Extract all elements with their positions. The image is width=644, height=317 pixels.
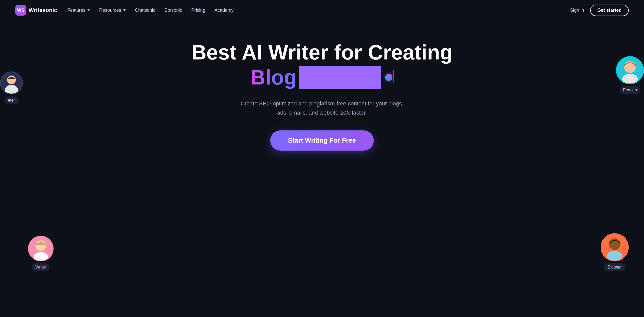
sign-in-button[interactable]: Sign in: [570, 8, 584, 13]
freelancer-label: Freelan: [620, 86, 640, 94]
nav-chatsonic[interactable]: Chatsonic: [135, 8, 155, 13]
nav-resources[interactable]: Resources: [99, 8, 126, 13]
get-started-button[interactable]: Get started: [590, 5, 629, 16]
avatar-marketer-img: [0, 71, 23, 94]
cta-start-writing-button[interactable]: Start Writing For Free: [270, 130, 374, 151]
brand-name: Writesonic: [29, 7, 57, 14]
nav-botsonic[interactable]: Botsonic: [164, 8, 182, 13]
hero-title-line2: Blog Articles.: [250, 66, 394, 89]
avatar-freelancer-card: Freelan: [616, 56, 644, 94]
svg-point-3: [7, 76, 16, 84]
hero-subtitle: Create SEO-optimized and plagiarism-free…: [235, 99, 409, 117]
avatar-writer-img: [28, 236, 54, 261]
nav-academy[interactable]: Academy: [214, 8, 234, 13]
nav-pricing[interactable]: Pricing: [191, 8, 205, 13]
avatar-marketer-card: eter: [0, 71, 23, 104]
resources-chevron-icon: [123, 9, 126, 11]
features-chevron-icon: [87, 9, 90, 11]
hero-section: eter Writer Freelan: [0, 20, 644, 317]
avatar-writer-card: Writer: [28, 236, 54, 271]
logo-link[interactable]: WS Writesonic: [15, 5, 57, 16]
avatar-blogger-img: [601, 233, 629, 261]
writer-label: Writer: [32, 263, 50, 271]
cursor-line: [393, 70, 394, 84]
navbar: WS Writesonic Features Resources Chatson…: [0, 0, 644, 20]
hero-gradient-word2: Articles.: [299, 66, 381, 89]
cursor-ball: [385, 74, 392, 81]
blogger-label: Blogger: [604, 263, 625, 271]
nav-menu: Features Resources Chatsonic Botsonic: [67, 8, 234, 13]
marketer-label: eter: [4, 96, 19, 104]
hero-title-line1: Best AI Writer for Creating: [191, 41, 453, 64]
svg-point-5: [35, 240, 46, 251]
hero-gradient-word1: Blog: [250, 66, 297, 89]
nav-right: Sign in Get started: [570, 5, 629, 16]
avatar-freelancer-img: [616, 56, 644, 84]
ai-cursor-icon: [385, 70, 394, 84]
nav-features[interactable]: Features: [67, 8, 90, 13]
avatar-blogger-card: Blogger: [601, 233, 629, 271]
logo-icon: WS: [15, 5, 26, 16]
